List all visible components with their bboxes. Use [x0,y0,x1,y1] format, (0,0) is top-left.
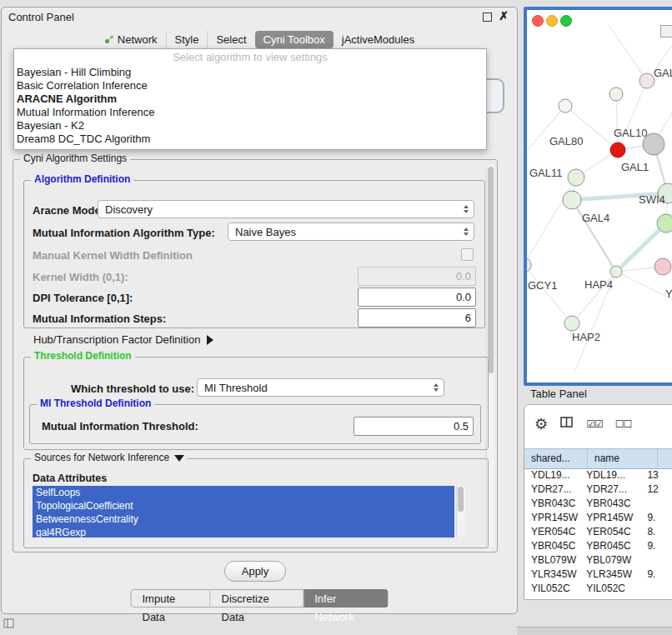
network-node-pink-top[interactable] [639,73,654,88]
network-edge [616,272,672,303]
network-node-hap2[interactable] [564,316,579,331]
column-header[interactable]: name [588,449,658,468]
table-cell: YDR27... [524,482,579,497]
table-row[interactable]: YER054CYER054C8. [524,525,672,539]
algorithm-dropdown-popup: Select algorithm to view settings Bayesi… [13,48,487,150]
deselect-all-icon[interactable]: ☐☐ [615,418,632,430]
control-panel-window: Control Panel ✗ NetworkStyleSelectCyni T… [1,7,518,614]
table-row[interactable]: YDR27...YDR27...12 [524,482,672,497]
tab-cyni-toolbox[interactable]: Cyni Toolbox [255,31,333,48]
tab-bar: NetworkStyleSelectCyni ToolboxjActiveMod… [2,29,517,49]
dpi-tolerance-label: DPI Tolerance [0,1]: [33,292,133,304]
expand-right-icon[interactable] [207,335,213,345]
table-header: shared...name [524,448,672,469]
algorithm-option[interactable]: Bayesian - Hill Climbing [14,66,486,79]
network-canvas[interactable]: GAL80GAL10GAL11GAL1SWI4GAL4GCY1HAP4HAP2G… [527,10,672,376]
network-view-window[interactable]: GAL80GAL10GAL11GAL1SWI4GAL4GCY1HAP4HAP2G… [524,7,672,386]
aracne-mode-select[interactable]: Discovery [98,200,474,218]
table-row[interactable]: YIL052CYIL052C [524,582,672,596]
stepper-arrows-icon [464,228,469,236]
which-threshold-value: MI Threshold [204,382,268,394]
table-row[interactable]: YBL079WYBL079W [524,553,672,568]
tab-select[interactable]: Select [207,31,254,48]
close-window-button[interactable] [532,15,544,27]
cyni-settings-legend: Cyni Algorithm Settings [20,152,130,164]
attributes-scrollbar[interactable] [456,486,465,538]
collapse-down-icon[interactable] [174,455,184,462]
table-row[interactable]: YDL19...YDL19...13 [524,468,672,482]
table-cell: YBR045C [524,539,579,553]
network-node-bright-green[interactable] [657,214,672,232]
algorithm-option[interactable]: Dream8 DC_TDC Algorithm [14,132,486,146]
data-attributes-list[interactable]: SelfLoopsTopologicalCoefficientBetweenne… [33,486,454,538]
node-label: GAL11 [529,167,563,179]
algorithm-option[interactable]: Basic Correlation Inference [14,79,486,92]
control-panel-titlebar[interactable]: Control Panel ✗ [2,8,517,26]
bottom-tab-bar: Impute DataDiscretize DataInfer Network [131,589,389,608]
tab-style[interactable]: Style [166,31,208,48]
network-node-gal11[interactable] [568,169,584,186]
manual-kernel-label: Manual Kernel Width Definition [33,249,193,262]
stepper-arrows-icon [464,205,469,213]
algorithm-option[interactable]: Bayesian - K2 [14,119,486,132]
which-threshold-select[interactable]: MI Threshold [197,378,444,397]
sources-legend[interactable]: Sources for Network Inference [31,452,188,463]
network-node-gal4[interactable] [563,191,581,209]
minimize-window-button[interactable] [546,15,558,27]
table-row[interactable]: YLR345WYLR345W9. [524,568,672,582]
bottom-tab-discretize-data[interactable]: Discretize Data [211,589,304,608]
table-row[interactable]: YBR045CYBR045C9. [524,539,672,553]
mi-threshold-field[interactable]: 0.5 [354,417,474,436]
table-toolbar: ⚙ ☑☑ ☐☐ [534,413,631,435]
bottom-tab-infer-network[interactable]: Infer Network [303,589,388,608]
algorithm-option[interactable]: Mutual Information Inference [14,106,486,119]
column-browser-icon[interactable] [560,417,574,432]
mi-steps-field[interactable]: 6 [358,308,476,328]
close-icon[interactable]: ✗ [499,9,509,22]
algorithm-option[interactable]: ARACNE Algorithm [14,92,486,106]
apply-button[interactable]: Apply [224,561,286,582]
attribute-item[interactable]: gal4RGexp [33,526,454,538]
kernel-width-field[interactable]: 0.0 [358,267,476,286]
attribute-item[interactable]: SelfLoops [33,486,454,499]
attribute-item[interactable]: TopologicalCoefficient [33,499,454,512]
gear-icon[interactable]: ⚙ [534,416,548,432]
table-row[interactable]: YBR043CYBR043C [524,497,672,511]
network-node-faint-left[interactable] [559,99,572,112]
column-header[interactable]: shared... [524,449,588,468]
attribute-item[interactable]: BetweennessCentrality [33,512,454,526]
tab-label: Select [216,33,246,46]
node-label: GAL [654,67,672,79]
node-label: GCY1 [528,279,557,292]
tab-jactivemodules[interactable]: jActiveModules [333,31,423,48]
network-node-pink-right[interactable] [654,258,671,275]
network-edge [572,200,616,272]
select-all-icon[interactable]: ☑☑ [586,418,603,430]
show-panel-icon[interactable] [3,618,15,629]
table-cell [640,553,672,568]
network-node-gal10-red[interactable] [610,142,625,158]
mi-threshold-label: Mutual Information Threshold: [42,420,198,432]
node-label: GAL4 [582,212,609,224]
dpi-tolerance-field[interactable]: 0.0 [358,288,476,307]
table-row[interactable]: YPR145WYPR145W9. [524,511,672,525]
threshold-definition-legend: Threshold Definition [31,350,135,362]
table-cell: 9. [640,511,672,525]
mi-type-select[interactable]: Naive Bayes [228,222,474,241]
network-node-gcy1[interactable] [527,258,531,272]
settings-scrollbar-thumb[interactable] [488,167,494,373]
bottom-tab-impute-data[interactable]: Impute Data [131,589,211,608]
tab-label: Network [118,33,158,46]
attributes-scrollbar-thumb[interactable] [458,487,464,512]
tab-network[interactable]: Network [96,31,166,48]
network-tool-icon[interactable] [660,25,672,38]
hub-section-toggle[interactable]: Hub/Transcription Factor Definition [33,333,213,346]
table-cell: 9. [640,568,672,582]
zoom-window-button[interactable] [560,15,572,27]
network-tab-icon [104,34,114,44]
network-node-hap4[interactable] [610,266,622,278]
float-panel-icon[interactable] [483,12,492,22]
manual-kernel-checkbox[interactable] [461,248,474,261]
network-node-green-top[interactable] [609,88,623,101]
column-header[interactable] [658,449,672,468]
